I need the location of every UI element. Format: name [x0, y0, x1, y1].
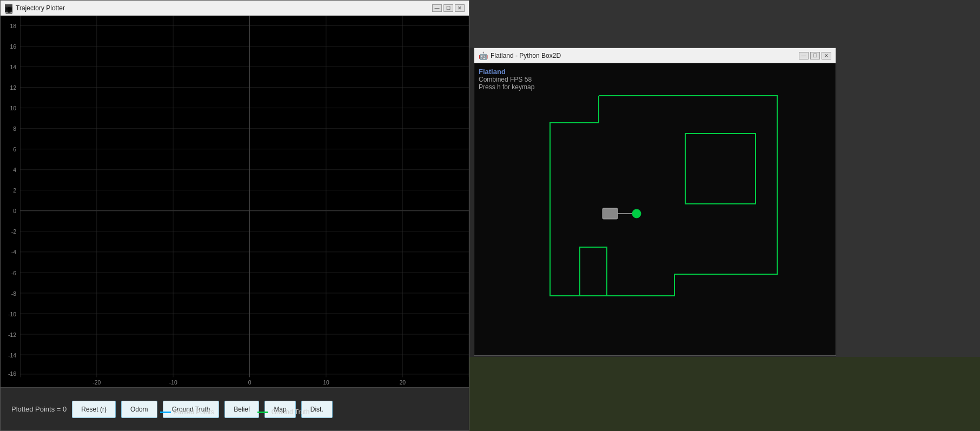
svg-text:6: 6 [13, 146, 16, 153]
svg-text:-4: -4 [11, 249, 16, 256]
svg-text:20: 20 [400, 379, 406, 386]
flatland-sim-title: Flatland [479, 68, 534, 76]
legend-area: Plotted Points Ground Truth [0, 408, 469, 416]
svg-text:0: 0 [13, 208, 16, 215]
svg-text:8: 8 [13, 125, 16, 132]
svg-text:10: 10 [10, 105, 17, 112]
svg-text:14: 14 [10, 64, 17, 71]
trajectory-close-button[interactable]: ✕ [455, 4, 465, 12]
svg-text:-20: -20 [92, 379, 101, 386]
trajectory-minimize-button[interactable]: — [432, 4, 442, 12]
flatland-window: 🤖 Flatland - Python Box2D — ☐ ✕ Flatland… [474, 48, 836, 356]
plotted-points-legend-color [160, 412, 171, 413]
plot-area: 18 16 14 12 10 8 6 4 2 0 -2 -4 -6 -8 -10… [1, 16, 469, 387]
flatland-environment-svg [474, 63, 836, 355]
flatland-titlebar: 🤖 Flatland - Python Box2D — ☐ ✕ [474, 48, 836, 63]
bg-bottom [469, 357, 980, 431]
flatland-title-text: Flatland - Python Box2D [491, 52, 797, 59]
svg-text:12: 12 [10, 84, 17, 91]
svg-text:18: 18 [10, 23, 17, 30]
flatland-maximize-button[interactable]: ☐ [810, 52, 820, 59]
flatland-content: Flatland Combined FPS 58 Press h for key… [474, 63, 836, 355]
svg-text:4: 4 [13, 167, 16, 174]
svg-text:10: 10 [323, 379, 329, 386]
svg-point-53 [632, 209, 641, 218]
bg-right [836, 0, 980, 357]
svg-text:-10: -10 [8, 310, 16, 317]
flatland-info: Flatland Combined FPS 58 Press h for key… [479, 68, 534, 91]
plotted-points-legend: Plotted Points [160, 408, 214, 416]
grid-svg: 18 16 14 12 10 8 6 4 2 0 -2 -4 -6 -8 -10… [1, 16, 469, 387]
svg-rect-50 [685, 134, 756, 204]
flatland-fps-label: Combined FPS 58 [479, 76, 534, 83]
trajectory-title-icon: ▦ [5, 4, 12, 12]
svg-text:-2: -2 [11, 228, 16, 235]
svg-text:0: 0 [248, 379, 251, 386]
svg-text:2: 2 [13, 187, 16, 194]
trajectory-plotter-window: ▦ Trajectory Plotter — ☐ ✕ [0, 0, 469, 431]
svg-rect-52 [602, 208, 618, 219]
svg-text:-16: -16 [8, 370, 16, 377]
svg-text:-14: -14 [8, 352, 16, 359]
ground-truth-legend: Ground Truth [257, 408, 310, 416]
svg-text:-8: -8 [11, 290, 16, 297]
svg-text:-10: -10 [169, 379, 177, 386]
flatland-keymap-label: Press h for keymap [479, 83, 534, 91]
trajectory-titlebar: ▦ Trajectory Plotter — ☐ ✕ [1, 1, 469, 16]
trajectory-title-text: Trajectory Plotter [16, 4, 431, 12]
svg-text:-6: -6 [11, 269, 16, 276]
plotted-points-legend-label: Plotted Points [174, 408, 214, 416]
ground-truth-legend-color [257, 412, 268, 413]
svg-text:-12: -12 [8, 331, 16, 338]
trajectory-maximize-button[interactable]: ☐ [443, 4, 453, 12]
flatland-minimize-button[interactable]: — [799, 52, 809, 59]
ground-truth-legend-label: Ground Truth [272, 408, 310, 416]
svg-rect-51 [580, 247, 607, 296]
svg-text:16: 16 [10, 43, 17, 50]
flatland-close-button[interactable]: ✕ [822, 52, 831, 59]
flatland-title-icon: 🤖 [479, 51, 487, 60]
